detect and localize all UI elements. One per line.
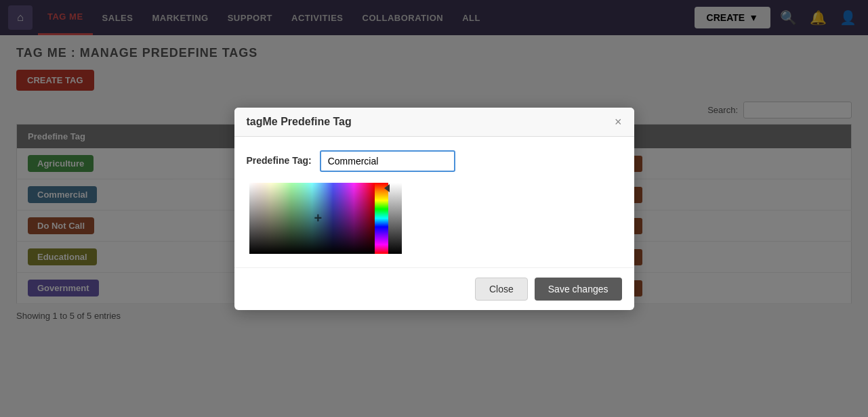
- brightness-strip[interactable]: [388, 183, 402, 254]
- color-picker[interactable]: [249, 183, 622, 254]
- rainbow-hue-strip[interactable]: [375, 183, 388, 254]
- modal-body: Predefine Tag:: [234, 137, 634, 267]
- modal-save-btn[interactable]: Save changes: [535, 278, 622, 301]
- modal-header: tagMe Predefine Tag ×: [234, 108, 634, 137]
- modal-close-btn[interactable]: Close: [475, 278, 528, 301]
- modal-field-row: Predefine Tag:: [247, 150, 622, 172]
- modal-tag-input[interactable]: [320, 150, 455, 172]
- color-gradient-area[interactable]: [249, 183, 375, 254]
- predefine-tag-modal: tagMe Predefine Tag × Predefine Tag:: [234, 108, 634, 310]
- rainbow-arrow-icon: [384, 184, 390, 192]
- modal-footer: Close Save changes: [234, 267, 634, 310]
- modal-title: tagMe Predefine Tag: [247, 116, 352, 128]
- modal-overlay: tagMe Predefine Tag × Predefine Tag:: [0, 0, 868, 417]
- modal-field-label: Predefine Tag:: [247, 150, 312, 166]
- modal-close-button[interactable]: ×: [615, 116, 622, 128]
